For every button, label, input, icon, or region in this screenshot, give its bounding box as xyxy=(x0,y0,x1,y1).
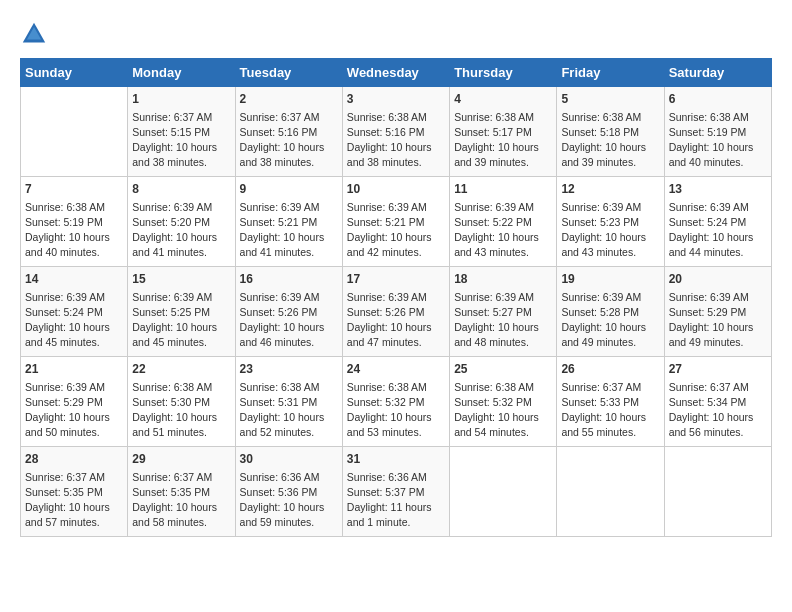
cell-info: Sunrise: 6:39 AMSunset: 5:28 PMDaylight:… xyxy=(561,290,659,351)
calendar-cell: 10Sunrise: 6:39 AMSunset: 5:21 PMDayligh… xyxy=(342,177,449,267)
cell-info: Sunrise: 6:38 AMSunset: 5:32 PMDaylight:… xyxy=(347,380,445,441)
week-row-1: 1Sunrise: 6:37 AMSunset: 5:15 PMDaylight… xyxy=(21,87,772,177)
cell-info: Sunrise: 6:39 AMSunset: 5:29 PMDaylight:… xyxy=(25,380,123,441)
day-number: 1 xyxy=(132,91,230,108)
day-number: 20 xyxy=(669,271,767,288)
calendar-cell: 9Sunrise: 6:39 AMSunset: 5:21 PMDaylight… xyxy=(235,177,342,267)
day-number: 26 xyxy=(561,361,659,378)
day-number: 16 xyxy=(240,271,338,288)
week-row-5: 28Sunrise: 6:37 AMSunset: 5:35 PMDayligh… xyxy=(21,447,772,537)
column-header-friday: Friday xyxy=(557,59,664,87)
cell-info: Sunrise: 6:36 AMSunset: 5:37 PMDaylight:… xyxy=(347,470,445,531)
calendar-cell: 1Sunrise: 6:37 AMSunset: 5:15 PMDaylight… xyxy=(128,87,235,177)
day-number: 13 xyxy=(669,181,767,198)
day-number: 30 xyxy=(240,451,338,468)
cell-info: Sunrise: 6:39 AMSunset: 5:29 PMDaylight:… xyxy=(669,290,767,351)
header-row: SundayMondayTuesdayWednesdayThursdayFrid… xyxy=(21,59,772,87)
calendar-cell: 29Sunrise: 6:37 AMSunset: 5:35 PMDayligh… xyxy=(128,447,235,537)
calendar-cell: 19Sunrise: 6:39 AMSunset: 5:28 PMDayligh… xyxy=(557,267,664,357)
cell-info: Sunrise: 6:37 AMSunset: 5:34 PMDaylight:… xyxy=(669,380,767,441)
day-number: 28 xyxy=(25,451,123,468)
calendar-cell: 25Sunrise: 6:38 AMSunset: 5:32 PMDayligh… xyxy=(450,357,557,447)
day-number: 8 xyxy=(132,181,230,198)
day-number: 7 xyxy=(25,181,123,198)
cell-info: Sunrise: 6:38 AMSunset: 5:32 PMDaylight:… xyxy=(454,380,552,441)
cell-info: Sunrise: 6:39 AMSunset: 5:24 PMDaylight:… xyxy=(25,290,123,351)
day-number: 24 xyxy=(347,361,445,378)
cell-info: Sunrise: 6:39 AMSunset: 5:26 PMDaylight:… xyxy=(240,290,338,351)
calendar-cell: 4Sunrise: 6:38 AMSunset: 5:17 PMDaylight… xyxy=(450,87,557,177)
cell-info: Sunrise: 6:39 AMSunset: 5:25 PMDaylight:… xyxy=(132,290,230,351)
day-number: 6 xyxy=(669,91,767,108)
week-row-2: 7Sunrise: 6:38 AMSunset: 5:19 PMDaylight… xyxy=(21,177,772,267)
calendar-cell: 18Sunrise: 6:39 AMSunset: 5:27 PMDayligh… xyxy=(450,267,557,357)
day-number: 9 xyxy=(240,181,338,198)
cell-info: Sunrise: 6:38 AMSunset: 5:30 PMDaylight:… xyxy=(132,380,230,441)
cell-info: Sunrise: 6:37 AMSunset: 5:33 PMDaylight:… xyxy=(561,380,659,441)
day-number: 29 xyxy=(132,451,230,468)
logo-icon xyxy=(20,20,48,48)
calendar-cell: 20Sunrise: 6:39 AMSunset: 5:29 PMDayligh… xyxy=(664,267,771,357)
column-header-saturday: Saturday xyxy=(664,59,771,87)
calendar-cell: 2Sunrise: 6:37 AMSunset: 5:16 PMDaylight… xyxy=(235,87,342,177)
cell-info: Sunrise: 6:39 AMSunset: 5:22 PMDaylight:… xyxy=(454,200,552,261)
calendar-cell: 16Sunrise: 6:39 AMSunset: 5:26 PMDayligh… xyxy=(235,267,342,357)
cell-info: Sunrise: 6:39 AMSunset: 5:20 PMDaylight:… xyxy=(132,200,230,261)
calendar-cell: 21Sunrise: 6:39 AMSunset: 5:29 PMDayligh… xyxy=(21,357,128,447)
column-header-monday: Monday xyxy=(128,59,235,87)
cell-info: Sunrise: 6:39 AMSunset: 5:26 PMDaylight:… xyxy=(347,290,445,351)
day-number: 18 xyxy=(454,271,552,288)
column-header-sunday: Sunday xyxy=(21,59,128,87)
day-number: 31 xyxy=(347,451,445,468)
column-header-tuesday: Tuesday xyxy=(235,59,342,87)
cell-info: Sunrise: 6:38 AMSunset: 5:19 PMDaylight:… xyxy=(669,110,767,171)
day-number: 5 xyxy=(561,91,659,108)
calendar-cell: 17Sunrise: 6:39 AMSunset: 5:26 PMDayligh… xyxy=(342,267,449,357)
calendar-cell: 12Sunrise: 6:39 AMSunset: 5:23 PMDayligh… xyxy=(557,177,664,267)
day-number: 11 xyxy=(454,181,552,198)
day-number: 15 xyxy=(132,271,230,288)
calendar-cell xyxy=(557,447,664,537)
page-header xyxy=(20,20,772,48)
calendar-cell: 11Sunrise: 6:39 AMSunset: 5:22 PMDayligh… xyxy=(450,177,557,267)
calendar-table: SundayMondayTuesdayWednesdayThursdayFrid… xyxy=(20,58,772,537)
cell-info: Sunrise: 6:38 AMSunset: 5:19 PMDaylight:… xyxy=(25,200,123,261)
day-number: 14 xyxy=(25,271,123,288)
day-number: 12 xyxy=(561,181,659,198)
day-number: 4 xyxy=(454,91,552,108)
day-number: 17 xyxy=(347,271,445,288)
calendar-cell: 3Sunrise: 6:38 AMSunset: 5:16 PMDaylight… xyxy=(342,87,449,177)
calendar-cell xyxy=(21,87,128,177)
day-number: 21 xyxy=(25,361,123,378)
cell-info: Sunrise: 6:39 AMSunset: 5:21 PMDaylight:… xyxy=(240,200,338,261)
cell-info: Sunrise: 6:36 AMSunset: 5:36 PMDaylight:… xyxy=(240,470,338,531)
column-header-thursday: Thursday xyxy=(450,59,557,87)
cell-info: Sunrise: 6:39 AMSunset: 5:23 PMDaylight:… xyxy=(561,200,659,261)
week-row-4: 21Sunrise: 6:39 AMSunset: 5:29 PMDayligh… xyxy=(21,357,772,447)
calendar-cell: 8Sunrise: 6:39 AMSunset: 5:20 PMDaylight… xyxy=(128,177,235,267)
day-number: 23 xyxy=(240,361,338,378)
calendar-cell: 15Sunrise: 6:39 AMSunset: 5:25 PMDayligh… xyxy=(128,267,235,357)
cell-info: Sunrise: 6:37 AMSunset: 5:15 PMDaylight:… xyxy=(132,110,230,171)
cell-info: Sunrise: 6:39 AMSunset: 5:21 PMDaylight:… xyxy=(347,200,445,261)
cell-info: Sunrise: 6:38 AMSunset: 5:18 PMDaylight:… xyxy=(561,110,659,171)
day-number: 3 xyxy=(347,91,445,108)
calendar-cell: 24Sunrise: 6:38 AMSunset: 5:32 PMDayligh… xyxy=(342,357,449,447)
cell-info: Sunrise: 6:39 AMSunset: 5:27 PMDaylight:… xyxy=(454,290,552,351)
week-row-3: 14Sunrise: 6:39 AMSunset: 5:24 PMDayligh… xyxy=(21,267,772,357)
column-header-wednesday: Wednesday xyxy=(342,59,449,87)
day-number: 19 xyxy=(561,271,659,288)
day-number: 22 xyxy=(132,361,230,378)
day-number: 27 xyxy=(669,361,767,378)
calendar-cell: 14Sunrise: 6:39 AMSunset: 5:24 PMDayligh… xyxy=(21,267,128,357)
cell-info: Sunrise: 6:38 AMSunset: 5:31 PMDaylight:… xyxy=(240,380,338,441)
calendar-cell: 31Sunrise: 6:36 AMSunset: 5:37 PMDayligh… xyxy=(342,447,449,537)
calendar-cell xyxy=(664,447,771,537)
calendar-cell: 5Sunrise: 6:38 AMSunset: 5:18 PMDaylight… xyxy=(557,87,664,177)
calendar-cell: 6Sunrise: 6:38 AMSunset: 5:19 PMDaylight… xyxy=(664,87,771,177)
calendar-cell: 23Sunrise: 6:38 AMSunset: 5:31 PMDayligh… xyxy=(235,357,342,447)
day-number: 25 xyxy=(454,361,552,378)
calendar-cell: 7Sunrise: 6:38 AMSunset: 5:19 PMDaylight… xyxy=(21,177,128,267)
cell-info: Sunrise: 6:38 AMSunset: 5:16 PMDaylight:… xyxy=(347,110,445,171)
calendar-cell xyxy=(450,447,557,537)
